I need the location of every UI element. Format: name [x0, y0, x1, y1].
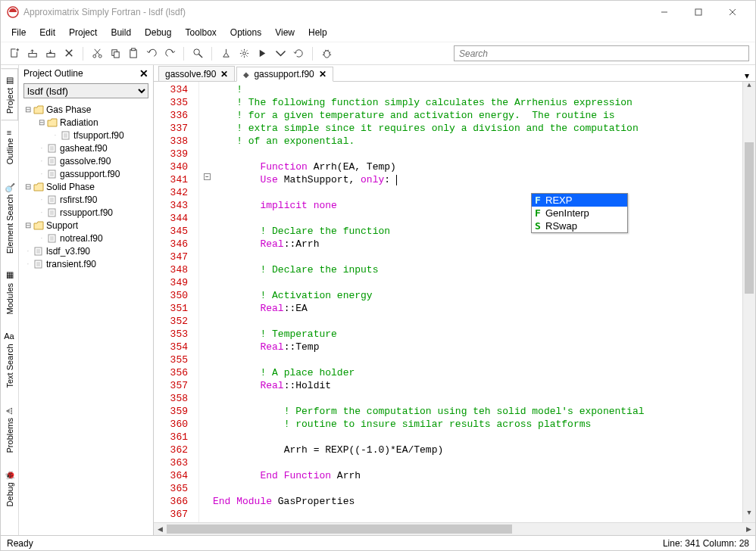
- status-bar: Ready Line: 341 Column: 28: [1, 535, 755, 550]
- sidetab-element-search[interactable]: Element Search🔍: [1, 175, 18, 260]
- paste-icon[interactable]: [126, 46, 141, 61]
- close-icon[interactable]: ✕: [139, 67, 148, 79]
- tree-file-gasheat-f90[interactable]: ·gasheat.f90: [20, 142, 152, 154]
- separator: [211, 47, 212, 61]
- menu-options[interactable]: Options: [224, 25, 267, 40]
- autocomplete-item-rswap[interactable]: SRSwap: [532, 219, 627, 232]
- tab-label: gassolve.f90: [165, 69, 216, 79]
- project-outline-panel: Project Outline ✕ lsdf (lsdf) ⊟Gas Phase…: [19, 65, 154, 535]
- close-button[interactable]: [715, 2, 749, 23]
- svg-line-16: [94, 49, 99, 55]
- scroll-thumb[interactable]: [745, 142, 754, 294]
- run-menu-icon[interactable]: [273, 46, 288, 61]
- vertical-scrollbar[interactable]: ▲ ▼: [742, 82, 755, 522]
- svg-rect-2: [695, 9, 701, 15]
- tree-file-tfsupport-f90[interactable]: ·tfsupport.f90: [20, 129, 152, 142]
- svg-point-21: [193, 49, 199, 55]
- menu-debug[interactable]: Debug: [139, 25, 177, 40]
- sidetab-debug[interactable]: Debug🐞: [1, 462, 18, 513]
- tree-file-lsdf-v3-f90[interactable]: ·lsdf_v3.f90: [20, 244, 152, 257]
- redo-icon[interactable]: [162, 46, 177, 61]
- horizontal-scrollbar[interactable]: ◀ ▶: [154, 522, 755, 535]
- new-file-icon[interactable]: [7, 46, 22, 61]
- svg-rect-20: [131, 48, 135, 51]
- tab-label: gassupport.f90: [254, 69, 314, 79]
- svg-line-15: [95, 49, 100, 55]
- sidetab-problems[interactable]: Problems⚠: [1, 398, 18, 459]
- code-area[interactable]: 3343353363373383393403413423433443453463…: [154, 82, 755, 522]
- undo-icon[interactable]: [144, 46, 159, 61]
- menu-project[interactable]: Project: [63, 25, 103, 40]
- tree-file-rssupport-f90[interactable]: ·rssupport.f90: [20, 206, 152, 219]
- search-input[interactable]: [454, 45, 749, 61]
- search-box: [454, 45, 749, 61]
- tab-overflow-icon[interactable]: ▾: [745, 70, 749, 81]
- menu-view[interactable]: View: [269, 25, 301, 40]
- svg-point-23: [242, 52, 245, 55]
- tab-gassupport-f90[interactable]: ◆gassupport.f90✕: [236, 67, 333, 82]
- scroll-right-icon[interactable]: ▶: [742, 525, 755, 533]
- separator: [312, 47, 313, 61]
- sidetab-text-search[interactable]: Text SearchAa: [1, 324, 18, 395]
- svg-rect-10: [46, 54, 54, 58]
- separator: [183, 47, 184, 61]
- status-left: Ready: [7, 538, 33, 549]
- project-tree[interactable]: ⊟Gas Phase⊟Radiation·tfsupport.f90·gashe…: [19, 100, 153, 535]
- tab-close-icon[interactable]: ✕: [220, 69, 228, 79]
- run-icon[interactable]: [255, 46, 270, 61]
- dirty-icon: ◆: [243, 70, 249, 79]
- fold-marker[interactable]: −: [204, 173, 211, 180]
- maximize-button[interactable]: [681, 2, 715, 23]
- tree-file-rsfirst-f90[interactable]: ·rsfirst.f90: [20, 193, 152, 206]
- tree-folder-radiation[interactable]: ⊟Radiation: [20, 116, 152, 129]
- project-selector[interactable]: lsdf (lsdf): [23, 83, 148, 98]
- menubar: FileEditProjectBuildDebugToolboxOptionsV…: [1, 23, 755, 42]
- tree-folder-solid-phase[interactable]: ⊟Solid Phase: [20, 180, 152, 193]
- tree-folder-gas-phase[interactable]: ⊟Gas Phase: [20, 103, 152, 116]
- svg-line-22: [198, 54, 202, 58]
- svg-rect-19: [130, 50, 136, 58]
- svg-point-14: [98, 54, 102, 58]
- autocomplete-popup[interactable]: FREXPFGenInterpSRSwap: [531, 193, 628, 233]
- copy-icon[interactable]: [108, 46, 123, 61]
- svg-point-24: [323, 51, 330, 58]
- find-icon[interactable]: [190, 46, 205, 61]
- refresh-icon[interactable]: [291, 46, 306, 61]
- sidetab-project[interactable]: Project▥: [1, 68, 18, 120]
- tree-folder-support[interactable]: ⊟Support: [20, 219, 152, 232]
- open-icon[interactable]: [25, 46, 40, 61]
- autocomplete-item-geninterp[interactable]: FGenInterp: [532, 207, 627, 219]
- separator: [83, 47, 83, 61]
- app-icon: [7, 6, 19, 18]
- autocomplete-item-rexp[interactable]: FREXP: [532, 194, 627, 207]
- cut-icon[interactable]: [89, 46, 105, 61]
- delete-icon[interactable]: [61, 46, 77, 61]
- svg-rect-18: [114, 52, 119, 58]
- menu-edit[interactable]: Edit: [33, 25, 61, 40]
- menu-help[interactable]: Help: [302, 25, 333, 40]
- scroll-up-icon[interactable]: ▲: [743, 82, 755, 95]
- tab-close-icon[interactable]: ✕: [319, 69, 326, 79]
- tree-file-gassolve-f90[interactable]: ·gassolve.f90: [20, 154, 152, 167]
- sidetab-outline[interactable]: Outline≡: [1, 123, 18, 171]
- minimize-button[interactable]: [647, 2, 681, 23]
- menu-toolbox[interactable]: Toolbox: [179, 25, 222, 40]
- project-outline-title: Project Outline: [23, 68, 83, 79]
- bug-icon[interactable]: [319, 46, 334, 61]
- tree-file-notreal-f90[interactable]: ·notreal.f90: [20, 232, 152, 244]
- status-right: Line: 341 Column: 28: [663, 538, 749, 549]
- tree-file-transient-f90[interactable]: ·transient.f90: [20, 257, 152, 270]
- settings-icon[interactable]: [236, 46, 251, 61]
- menu-file[interactable]: File: [5, 25, 32, 40]
- scroll-left-icon[interactable]: ◀: [154, 525, 167, 533]
- code-lines[interactable]: ! ! The following function simply calcul…: [199, 82, 742, 522]
- save-icon[interactable]: [43, 46, 58, 61]
- sidetab-modules[interactable]: Modules▦: [1, 263, 18, 322]
- scroll-down-icon[interactable]: ▼: [743, 509, 755, 522]
- window-title: Approximatrix Simply Fortran - lsdf (lsd…: [23, 7, 647, 17]
- tab-gassolve-f90[interactable]: gassolve.f90✕: [158, 66, 235, 81]
- clean-icon[interactable]: [218, 46, 233, 61]
- menu-build[interactable]: Build: [105, 25, 137, 40]
- scroll-thumb[interactable]: [167, 525, 512, 534]
- tree-file-gassupport-f90[interactable]: ·gassupport.f90: [20, 167, 152, 180]
